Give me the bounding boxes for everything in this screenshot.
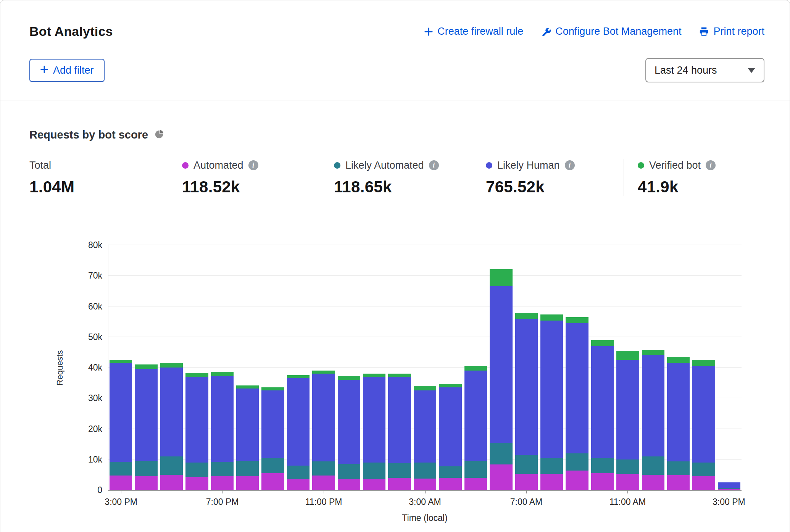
bar-segment-likely-automated[interactable] bbox=[540, 458, 563, 474]
bar[interactable] bbox=[338, 245, 360, 490]
bar-segment-likely-human[interactable] bbox=[540, 321, 563, 458]
bar[interactable] bbox=[160, 245, 183, 490]
bar-segment-verified-bot[interactable] bbox=[616, 351, 639, 360]
bar-segment-automated[interactable] bbox=[464, 478, 487, 490]
bar-segment-likely-human[interactable] bbox=[490, 286, 512, 442]
bar[interactable] bbox=[616, 245, 639, 490]
create-firewall-rule-link[interactable]: Create firewall rule bbox=[424, 26, 523, 37]
bar-segment-likely-automated[interactable] bbox=[261, 458, 284, 473]
bar[interactable] bbox=[464, 245, 487, 490]
bar[interactable] bbox=[692, 245, 715, 490]
bar-segment-likely-human[interactable] bbox=[464, 371, 487, 461]
bar-segment-automated[interactable] bbox=[110, 476, 132, 490]
bar-segment-likely-automated[interactable] bbox=[312, 461, 335, 476]
print-report-link[interactable]: Print report bbox=[699, 26, 764, 37]
bar[interactable] bbox=[312, 245, 335, 490]
bar-segment-automated[interactable] bbox=[388, 478, 411, 490]
bar-segment-verified-bot[interactable] bbox=[414, 386, 436, 390]
bar-segment-likely-human[interactable] bbox=[388, 377, 411, 463]
bar[interactable] bbox=[185, 245, 208, 490]
info-icon[interactable] bbox=[429, 160, 439, 170]
bar-segment-verified-bot[interactable] bbox=[160, 363, 183, 368]
bar-segment-likely-human[interactable] bbox=[439, 387, 461, 466]
bar-segment-likely-human[interactable] bbox=[591, 346, 614, 458]
bar[interactable] bbox=[591, 245, 614, 490]
bar-segment-likely-human[interactable] bbox=[110, 363, 132, 462]
bar-segment-likely-automated[interactable] bbox=[110, 462, 132, 476]
bar-segment-likely-human[interactable] bbox=[338, 380, 360, 464]
bar-segment-likely-automated[interactable] bbox=[439, 466, 461, 478]
bar-segment-verified-bot[interactable] bbox=[464, 366, 487, 371]
info-icon[interactable] bbox=[706, 160, 716, 170]
bar-segment-likely-human[interactable] bbox=[718, 482, 740, 488]
bar-segment-automated[interactable] bbox=[287, 479, 310, 490]
bar-segment-likely-human[interactable] bbox=[616, 360, 639, 459]
bar-segment-verified-bot[interactable] bbox=[667, 357, 690, 363]
bar-segment-likely-automated[interactable] bbox=[464, 461, 487, 478]
bar-segment-verified-bot[interactable] bbox=[439, 384, 461, 388]
bar[interactable] bbox=[566, 245, 588, 490]
bar-segment-likely-human[interactable] bbox=[667, 363, 690, 461]
bar-segment-likely-automated[interactable] bbox=[642, 456, 664, 475]
bar-segment-likely-human[interactable] bbox=[312, 374, 335, 461]
bar-segment-verified-bot[interactable] bbox=[261, 387, 284, 390]
bar-segment-likely-automated[interactable] bbox=[135, 461, 157, 476]
bar-segment-likely-human[interactable] bbox=[211, 376, 234, 462]
bar[interactable] bbox=[718, 245, 740, 490]
bar-segment-likely-human[interactable] bbox=[642, 355, 664, 456]
bar-segment-automated[interactable] bbox=[540, 474, 563, 490]
bar-segment-verified-bot[interactable] bbox=[287, 375, 310, 378]
bar-segment-likely-human[interactable] bbox=[363, 377, 385, 463]
bar-segment-automated[interactable] bbox=[135, 476, 157, 490]
bar-segment-likely-human[interactable] bbox=[515, 319, 538, 455]
bar[interactable] bbox=[540, 245, 563, 490]
bar-segment-likely-automated[interactable] bbox=[185, 463, 208, 477]
add-filter-button[interactable]: Add filter bbox=[29, 59, 105, 82]
bar-segment-automated[interactable] bbox=[312, 476, 335, 490]
bar-segment-likely-human[interactable] bbox=[160, 368, 183, 456]
bar[interactable] bbox=[261, 245, 284, 490]
bar[interactable] bbox=[110, 245, 132, 490]
bar-segment-likely-automated[interactable] bbox=[616, 459, 639, 474]
bar[interactable] bbox=[388, 245, 411, 490]
bar-segment-likely-automated[interactable] bbox=[667, 461, 690, 475]
bar[interactable] bbox=[439, 245, 461, 490]
bar-segment-verified-bot[interactable] bbox=[312, 371, 335, 374]
bar-segment-verified-bot[interactable] bbox=[566, 317, 588, 323]
bar-segment-automated[interactable] bbox=[338, 479, 360, 490]
bar-segment-verified-bot[interactable] bbox=[490, 269, 512, 287]
bar-segment-likely-automated[interactable] bbox=[490, 443, 512, 465]
bar-segment-verified-bot[interactable] bbox=[363, 374, 385, 377]
bar[interactable] bbox=[642, 245, 664, 490]
bar-segment-verified-bot[interactable] bbox=[642, 350, 664, 355]
bar-segment-likely-automated[interactable] bbox=[287, 466, 310, 479]
bar[interactable] bbox=[667, 245, 690, 490]
bar-segment-verified-bot[interactable] bbox=[135, 364, 157, 369]
bar-segment-verified-bot[interactable] bbox=[692, 360, 715, 366]
bar-segment-verified-bot[interactable] bbox=[236, 385, 259, 389]
bar-segment-automated[interactable] bbox=[261, 473, 284, 490]
bar-segment-automated[interactable] bbox=[642, 475, 664, 490]
bar[interactable] bbox=[515, 245, 538, 490]
bar-segment-automated[interactable] bbox=[616, 474, 639, 490]
info-icon[interactable] bbox=[248, 160, 258, 170]
bar-segment-automated[interactable] bbox=[211, 476, 234, 490]
bar-segment-likely-automated[interactable] bbox=[338, 464, 360, 479]
bar[interactable] bbox=[363, 245, 385, 490]
bar[interactable] bbox=[211, 245, 234, 490]
bar-segment-likely-human[interactable] bbox=[261, 390, 284, 458]
bar-segment-verified-bot[interactable] bbox=[110, 360, 132, 363]
bar-segment-verified-bot[interactable] bbox=[540, 314, 563, 321]
info-icon[interactable] bbox=[565, 160, 575, 170]
configure-bot-management-link[interactable]: Configure Bot Management bbox=[541, 26, 681, 37]
bar-segment-likely-automated[interactable] bbox=[363, 463, 385, 479]
bar-segment-automated[interactable] bbox=[236, 476, 259, 490]
bar-segment-verified-bot[interactable] bbox=[211, 372, 234, 376]
bar-segment-likely-automated[interactable] bbox=[566, 453, 588, 471]
bar-segment-likely-automated[interactable] bbox=[515, 455, 538, 474]
bar[interactable] bbox=[236, 245, 259, 490]
bar-segment-likely-automated[interactable] bbox=[692, 463, 715, 476]
bar-segment-automated[interactable] bbox=[490, 464, 512, 490]
bar-segment-verified-bot[interactable] bbox=[591, 340, 614, 346]
bar-segment-automated[interactable] bbox=[414, 479, 436, 490]
